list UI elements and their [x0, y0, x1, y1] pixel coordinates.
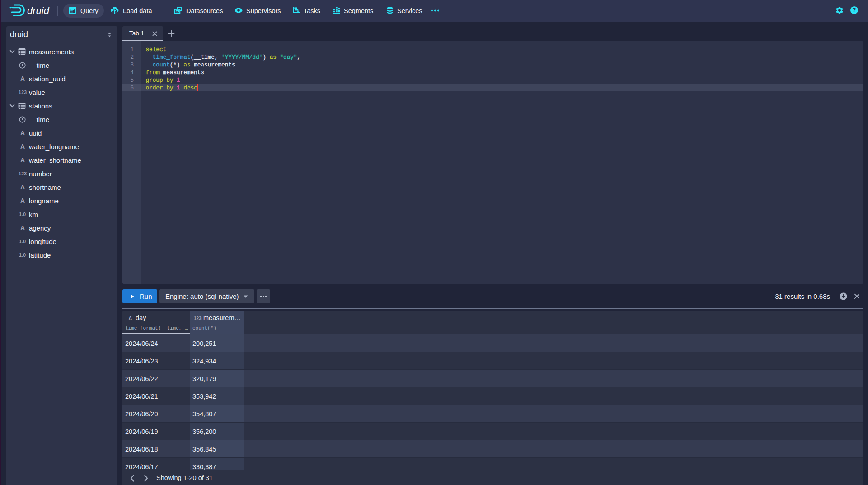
- svg-text:?: ?: [852, 7, 856, 14]
